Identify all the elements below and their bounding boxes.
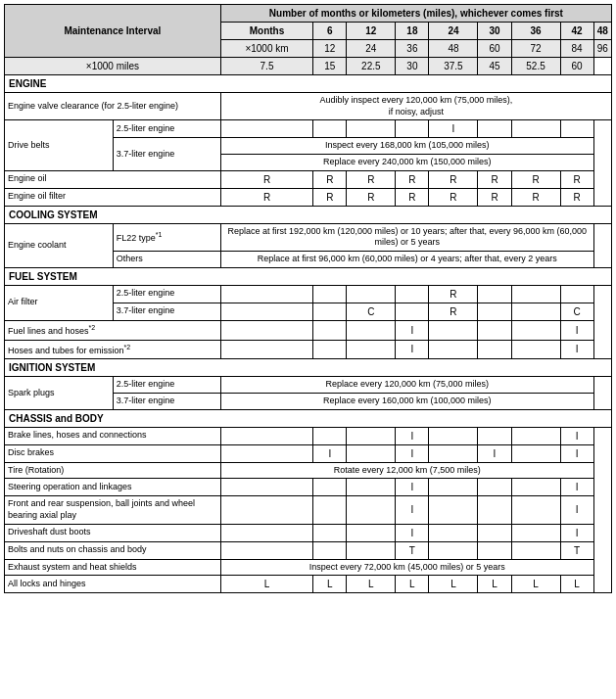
engine-oil-filter-c2: R: [313, 188, 347, 206]
miles-37.5: 37.5: [429, 58, 478, 75]
engine-section-header: ENGINE: [5, 75, 612, 93]
engine-oil-filter-c8: R: [560, 188, 593, 206]
air-filter-3.7-sub: 3.7-liter engine: [113, 303, 220, 320]
km-60: 60: [478, 40, 511, 58]
km-24: 24: [347, 40, 396, 58]
brake-lines-c1: [220, 427, 312, 444]
months-6: 6: [313, 23, 347, 40]
hoses-tubes-c8: I: [560, 340, 593, 359]
disc-brakes-c3: [347, 444, 396, 462]
engine-oil-c5: R: [429, 170, 478, 188]
air-filter-2.5-c6: [478, 285, 511, 303]
ignition-section-header: IGNITION SYSTEM: [5, 359, 612, 377]
engine-oil-filter-c1: R: [220, 188, 312, 206]
drive-belts-2.5-sub: 2.5-liter engine: [113, 120, 220, 138]
engine-oil-c7: R: [511, 170, 560, 188]
km-header: ×1000 km: [220, 40, 312, 58]
exhaust-label: Exhaust system and heat shields: [5, 559, 221, 576]
locks-c2: L: [313, 576, 347, 593]
months-42: 42: [560, 23, 593, 40]
disc-brakes-c5: [429, 444, 478, 462]
drive-belts-3.7-note1: Inspect every 168,000 km (105,000 miles): [220, 138, 593, 155]
drive-belts-2.5-c4: [396, 120, 429, 138]
miles-52.5: 52.5: [511, 58, 560, 75]
drive-belts-2.5-c1: [220, 120, 312, 138]
driveshaft-c2: [313, 524, 347, 541]
miles-header: ×1000 miles: [5, 58, 221, 75]
hoses-tubes-c3: [347, 340, 396, 359]
air-filter-3.7-c2: [313, 303, 347, 320]
disc-brakes-label: Disc brakes: [5, 444, 221, 462]
km-84: 84: [560, 40, 593, 58]
air-filter-3.7-c8: C: [560, 303, 593, 320]
hoses-tubes-c1: [220, 340, 312, 359]
drive-belts-2.5-c2: [313, 120, 347, 138]
locks-c7: L: [511, 576, 560, 593]
miles-7.5: 7.5: [220, 58, 312, 75]
driveshaft-c3: [347, 524, 396, 541]
spark-plugs-3.7-note: Replace every 160,000 km (100,000 miles): [220, 393, 593, 409]
bolts-c8: T: [560, 541, 593, 559]
months-18: 18: [396, 23, 429, 40]
bolts-c6: [478, 541, 511, 559]
cooling-section-header: COOLING SYSTEM: [5, 206, 612, 223]
drive-belts-2.5-c5: I: [429, 120, 478, 138]
air-filter-3.7-c7: [511, 303, 560, 320]
km-96: 96: [593, 40, 611, 58]
drive-belts-2.5-c3: [347, 120, 396, 138]
engine-oil-filter-c3: R: [347, 188, 396, 206]
drive-belts-2.5-c6: [478, 120, 511, 138]
steering-c4: I: [396, 479, 429, 496]
disc-brakes-c2: I: [313, 444, 347, 462]
hoses-tubes-c7: [511, 340, 560, 359]
bolts-c2: [313, 541, 347, 559]
bolts-c3: [347, 541, 396, 559]
engine-valve-label: Engine valve clearance (for 2.5-liter en…: [5, 93, 221, 120]
engine-oil-c8: R: [560, 170, 593, 188]
engine-oil-filter-c7: R: [511, 188, 560, 206]
fuel-lines-c3: [347, 320, 396, 340]
engine-oil-c3: R: [347, 170, 396, 188]
drive-belts-2.5-c7: [511, 120, 560, 138]
engine-coolant-label: Engine coolant: [5, 223, 114, 267]
air-filter-2.5-sub: 2.5-liter engine: [113, 285, 220, 303]
suspension-c2: [313, 496, 347, 524]
bolts-nuts-label: Bolts and nuts on chassis and body: [5, 541, 221, 559]
disc-brakes-c1: [220, 444, 312, 462]
driveshaft-c6: [478, 524, 511, 541]
locks-c6: L: [478, 576, 511, 593]
engine-oil-filter-c5: R: [429, 188, 478, 206]
maintenance-interval-header: Maintenance Interval: [5, 5, 221, 58]
engine-oil-filter-label: Engine oil filter: [5, 188, 221, 206]
air-filter-2.5-c5: R: [429, 285, 478, 303]
driveshaft-label: Driveshaft dust boots: [5, 524, 221, 541]
coolant-fl22-sub: FL22 type*1: [113, 223, 220, 251]
miles-45: 45: [478, 58, 511, 75]
drive-belts-3.7-note2: Replace every 240,000 km (150,000 miles): [220, 155, 593, 171]
steering-c3: [347, 479, 396, 496]
engine-oil-filter-c4: R: [396, 188, 429, 206]
steering-c5: [429, 479, 478, 496]
driveshaft-c4: I: [396, 524, 429, 541]
locks-c3: L: [347, 576, 396, 593]
miles-60: 60: [560, 58, 593, 75]
km-72: 72: [511, 40, 560, 58]
maintenance-table: Maintenance Interval Number of months or…: [4, 4, 612, 593]
engine-oil-c2: R: [313, 170, 347, 188]
bolts-c4: T: [396, 541, 429, 559]
air-filter-2.5-c4: [396, 285, 429, 303]
months-12: 12: [347, 23, 396, 40]
coolant-fl22-note: Replace at first 192,000 km (120,000 mil…: [220, 223, 593, 251]
brake-lines-c6: [478, 427, 511, 444]
exhaust-note: Inspect every 72,000 km (45,000 miles) o…: [220, 559, 593, 576]
suspension-c1: [220, 496, 312, 524]
hoses-tubes-c5: [429, 340, 478, 359]
driveshaft-c5: [429, 524, 478, 541]
locks-c4: L: [396, 576, 429, 593]
air-filter-2.5-c2: [313, 285, 347, 303]
months-30: 30: [478, 23, 511, 40]
engine-oil-c6: R: [478, 170, 511, 188]
miles-30: 30: [396, 58, 429, 75]
spark-plugs-label: Spark plugs: [5, 377, 114, 409]
fuel-section-header: FUEL SYSTEM: [5, 267, 612, 285]
